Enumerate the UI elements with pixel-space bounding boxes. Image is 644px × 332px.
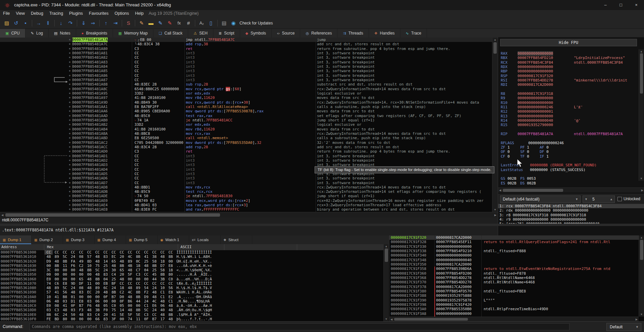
dump-row[interactable]: 00007FFB853610E08B6C24504883C420415E5F5E… (0, 313, 389, 317)
breakpoint-dot[interactable]: ● (0, 167, 72, 172)
command-input[interactable]: Commands are comma separated (like assem… (30, 323, 570, 330)
register-line[interactable]: RBX00007FFB854FD210"LdrpInitializeProces… (498, 56, 639, 60)
register-line[interactable]: RIP00007FFB85481A7Antdll.00007FFB85481A7… (498, 132, 639, 136)
register-line[interactable]: RSP000000817C91F320 (498, 74, 639, 78)
stack-row[interactable]: 000000817C91F3A000007FFB855350B0ntdll.Rt… (389, 307, 644, 311)
check-updates-label[interactable]: Check for Updates (239, 21, 273, 25)
stack-row[interactable]: 000000817C91F398000000817C91F420 (389, 302, 644, 307)
breakpoint-dot[interactable]: ● (0, 207, 72, 212)
stack-row[interactable]: 000000817C91F3480000000000000040 (389, 258, 644, 262)
breakpoint-dot[interactable]: ● (0, 158, 72, 163)
disasm-row[interactable]: ●00007FFB85481AD0C3retreturn from subrou… (0, 149, 498, 154)
update-globe-icon[interactable]: ◉ (229, 19, 238, 27)
tab-threads[interactable]: ⇉Threads (337, 29, 369, 38)
breakpoint-dot[interactable]: ● (0, 42, 72, 46)
disasm-row[interactable]: ●00007FFB85481A87CCint3int 3, software b… (0, 78, 498, 82)
disasm-row[interactable]: ●00007FFB85481ACC48:83C4 28add rsp,28add… (0, 145, 498, 149)
stack-hscrollbar[interactable]: ◀ ▶ (389, 317, 639, 321)
arguments-panel[interactable]: 1: rcx 00007FFB854C3F84 ntdll.00007FFB85… (498, 204, 644, 235)
tab-call-stack[interactable]: ❏Call Stack (153, 29, 188, 38)
disasm-row[interactable]: ●00007FFB85481ABA48:8BC8mov rcx,raxrcx:Z… (0, 131, 498, 136)
breakpoint-dot[interactable]: ● (0, 176, 72, 180)
breakpoint-dot[interactable]: ● (0, 105, 72, 109)
breakpoint-dot[interactable]: ● (0, 203, 72, 207)
close-icon[interactable]: ▪ (21, 19, 30, 27)
register-line[interactable]: R120000000000000001 (498, 109, 639, 114)
breakpoint-dot[interactable]: ● (0, 96, 72, 100)
step-over-icon[interactable]: ↷ (66, 19, 75, 27)
functions-icon[interactable]: fx (175, 19, 183, 27)
breakpoint-dot[interactable]: ● (0, 181, 72, 185)
breakpoint-dot[interactable]: ● (0, 60, 72, 64)
breakpoint-dot[interactable]: ● (0, 141, 72, 145)
register-line[interactable]: R8000000817C91F318 (498, 92, 639, 96)
disasm-row[interactable]: ●00007FFB85481A81CCint3int 3, software b… (0, 51, 498, 55)
spacer[interactable] (498, 127, 639, 132)
unlocked-checkbox[interactable]: Unlocked (618, 197, 640, 201)
stack-row[interactable]: 000000817C91F35800007FFB8539BD6Areturn t… (389, 267, 644, 271)
stack-row[interactable]: 000000817C91F350000000817CA2D000 (389, 262, 644, 267)
dump-row[interactable]: 00007FFB85361020D9488BFA498D48146548890C… (0, 259, 389, 264)
stack-row[interactable]: 000000817C91F3880000019352975888 (389, 293, 644, 298)
breakpoint-dot[interactable]: ● (0, 136, 72, 140)
disasm-row[interactable]: ●00007FFB85481A7C└48:83C4 38add rsp,38ad… (0, 42, 498, 46)
open-file-icon[interactable]: ▨ (2, 19, 11, 27)
memory-icon[interactable]: ▯ (207, 19, 215, 27)
panel-splitter[interactable] (0, 224, 644, 226)
stack-vscrollbar[interactable]: ▲ ▼ (639, 235, 644, 317)
disasm-row[interactable]: ●00007FFB85481A9741:B8 20160100mov r8d,1… (0, 96, 498, 100)
comment-icon[interactable]: ▬ (147, 19, 155, 27)
disasm-row[interactable]: ●00007FFB85481A80C3retreturn from subrou… (0, 47, 498, 51)
menu-view[interactable]: View (13, 10, 28, 17)
menu-file[interactable]: File (0, 10, 13, 17)
breakpoint-dot[interactable]: ● (0, 55, 72, 60)
dump-tab-dump-4[interactable]: ▦Dump 4 (95, 235, 126, 244)
disasm-row[interactable]: ●00007FFB85481A82CCint3int 3, software b… (0, 55, 498, 60)
stack-row[interactable]: 000000817C91F38000007FFB854FD570ntdll._f… (389, 289, 644, 293)
register-line[interactable]: RCX00007FFB854C3F84ntdll.00007FFB854C3F8… (498, 60, 639, 65)
stack-row[interactable]: 000000817C91F320000000817CA2D000 (389, 235, 644, 240)
dump-row[interactable]: 00007FFB8536101048895C2408574883EC204C8B… (0, 255, 389, 259)
stack-row[interactable]: 000000817C91F378000000817CA2D000 (389, 285, 644, 289)
disasm-row[interactable]: ●00007FFB85481A86CCint3int 3, software b… (0, 73, 498, 78)
register-line[interactable]: RFLAGS0000000000000246 (498, 141, 639, 145)
step-into-icon[interactable]: ↓ (57, 19, 65, 27)
dump-row[interactable]: 00007FFB853610B0064803D1E8030600000FB644… (0, 299, 389, 303)
dump-row[interactable]: 00007FFB8536108048895C240848896C24184889… (0, 286, 389, 290)
breakpoint-dot[interactable]: ● (0, 149, 72, 154)
tab-trace[interactable]: ∿Trace (400, 29, 427, 38)
label-icon[interactable]: ✎ (156, 19, 165, 27)
arg-count-spinner[interactable]: ▼ 5 ▲ (583, 196, 615, 203)
register-line[interactable]: ZF 1PF 1AF 0 (498, 145, 639, 150)
stack-row[interactable]: 000000817C91F36000007FFB854FD200ntdll._f… (389, 271, 644, 276)
dump-row[interactable]: 00007FFB853610905741564883EC20488BC24C8B… (0, 290, 389, 294)
stack-row[interactable]: 000000817C91F32800007FFB8545EF11return t… (389, 240, 644, 244)
dump-panel[interactable]: 00007FFB85361000CCCCCCCCCCCCCCCCCCCCCCCC… (0, 250, 389, 321)
registers-panel[interactable]: Hide FPU RAX0000000000000000RBX00007FFB8… (498, 37, 644, 194)
source-step-icon[interactable]: S (124, 19, 133, 27)
breakpoint-dot[interactable]: ● (0, 114, 72, 118)
argument-row[interactable]: 4: r9 0000000000000000 0000000000000000 (498, 217, 644, 222)
dump-row[interactable]: 00007FFB853610403C000000488B5C24306548C7… (0, 268, 389, 272)
assemble-icon[interactable]: A₂ (197, 19, 206, 27)
checkbox-icon[interactable] (618, 197, 622, 201)
breakpoint-dot[interactable]: ● (0, 199, 72, 203)
menu-debug[interactable]: Debug (28, 10, 46, 17)
disasm-row[interactable]: ●00007FFB85481AD6CCint3int 3, software b… (0, 176, 498, 180)
menu-plugins[interactable]: Plugins (66, 10, 86, 17)
dump-row[interactable]: 00007FFB85361060E000000065488B0425480000… (0, 277, 389, 281)
menu-help[interactable]: Help (132, 10, 147, 17)
disasm-row[interactable]: ●00007FFB85481AB441:B8 20160100mov r8d,1… (0, 127, 498, 131)
disasm-row[interactable]: ●00007FFB85481AD1CCint3int 3, software b… (0, 154, 498, 158)
stack-panel[interactable]: 000000817C91F320000000817CA2D00000000081… (389, 235, 644, 321)
register-line[interactable]: R90000000000000000 (498, 96, 639, 100)
disasm-row[interactable]: ●00007FFB85481AAD48:85C0test rax,raxset … (0, 114, 498, 118)
dump-row[interactable]: 00007FFB853610A01041B8010000000FB7D0488B… (0, 295, 389, 299)
registers-hscrollbar[interactable]: ◀ ▶ (498, 187, 644, 192)
disasm-row[interactable]: ●00007FFB85481A8C6548:8B0C25 60000000mov… (0, 87, 498, 91)
disasm-row[interactable]: ●00007FFB85481A84CCint3int 3, software b… (0, 64, 498, 69)
breakpoint-dot[interactable]: ● (0, 172, 72, 176)
tab-handles[interactable]: ❖Handles (369, 29, 400, 38)
stack-row[interactable]: 000000817C91F3300000000000000000 (389, 244, 644, 249)
menu-tracing[interactable]: Tracing (46, 10, 66, 17)
